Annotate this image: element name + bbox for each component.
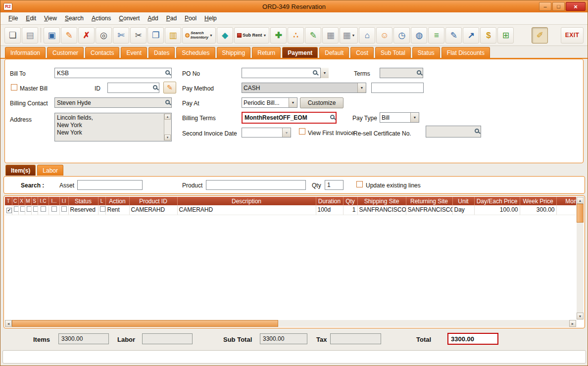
copy-button[interactable]: ❐ [147, 27, 164, 44]
horizontal-scroll-thumb[interactable] [12, 320, 278, 327]
col-c[interactable]: C [12, 197, 18, 205]
id-input[interactable] [107, 83, 159, 93]
row-c-checkbox[interactable] [14, 206, 19, 212]
add-line-button[interactable]: ✚ [270, 27, 287, 44]
menu-help[interactable]: Help [200, 13, 221, 23]
payment-button[interactable]: $ [480, 27, 496, 44]
tab-customer[interactable]: Customer [47, 47, 84, 58]
menu-actions[interactable]: Actions [88, 13, 115, 23]
row-ii-checkbox[interactable] [61, 206, 67, 212]
cut-sheet-button[interactable]: ✄ [113, 27, 129, 44]
row-i-checkbox[interactable] [51, 206, 57, 212]
row-l-checkbox[interactable] [100, 206, 105, 212]
new-document-button[interactable]: ❏ [4, 27, 21, 44]
bill-to-input[interactable] [54, 68, 172, 78]
tab-cost[interactable]: Cost [350, 47, 374, 58]
edit-button[interactable]: ✎ [61, 27, 77, 44]
tab-schedules[interactable]: Schedules [176, 47, 215, 58]
billing-terms-input[interactable] [242, 112, 337, 124]
pay-method-select[interactable]: CASH ▼ [242, 83, 366, 93]
paste-button[interactable]: ▥ [165, 27, 181, 44]
exit-button[interactable]: EXIT [561, 27, 584, 44]
view-first-invoice-checkbox[interactable] [299, 128, 305, 135]
pay-type-select[interactable]: Bill ▼ [380, 112, 419, 123]
group-button[interactable]: ∴ [288, 27, 304, 44]
grid-dropdown-icon[interactable]: ▼ [351, 34, 355, 37]
grid-button[interactable]: ▦ [322, 27, 339, 44]
address-scrollbar[interactable]: ▲ ▼ [164, 114, 171, 140]
horizontal-scrollbar[interactable]: ◄ ► [5, 320, 576, 327]
search-inventory-dropdown-icon[interactable]: ▼ [209, 34, 213, 37]
col-ic[interactable]: I.C [38, 197, 49, 205]
vertical-scrollbar[interactable]: ▲ ▼ [577, 197, 584, 320]
wand-button[interactable]: ✐ [532, 27, 548, 44]
col-action[interactable]: Action [105, 197, 129, 205]
delete-button[interactable]: ✗ [78, 27, 95, 44]
col-returning-site[interactable]: Returning Site [406, 197, 452, 205]
scroll-track[interactable] [577, 223, 584, 313]
col-unit[interactable]: Unit [452, 197, 474, 205]
export-button[interactable]: ↗ [463, 27, 479, 44]
col-ii[interactable]: I.I [59, 197, 68, 205]
search-icon[interactable] [153, 85, 157, 90]
scroll-up-icon[interactable]: ▲ [577, 197, 584, 204]
scroll-down-icon[interactable]: ▼ [164, 135, 171, 140]
menu-search[interactable]: Search [61, 13, 88, 23]
scroll-up-icon[interactable]: ▲ [164, 114, 171, 120]
scroll-right-icon[interactable]: ► [569, 320, 576, 327]
row-s-checkbox[interactable] [33, 206, 38, 212]
search-icon[interactable] [330, 115, 335, 119]
col-x[interactable]: X [18, 197, 25, 205]
col-m[interactable]: M [25, 197, 31, 205]
col-product-id[interactable]: Product ID [129, 197, 177, 205]
cart-button[interactable]: ⊞ [497, 27, 514, 44]
tab-event[interactable]: Event [121, 47, 147, 58]
master-bill-checkbox[interactable] [11, 84, 17, 91]
col-s[interactable]: S [31, 197, 38, 205]
grid-dropdown-button[interactable]: ▦▼ [340, 27, 358, 44]
chevron-down-icon[interactable]: ▼ [410, 113, 419, 122]
row-x-checkbox[interactable] [20, 206, 25, 212]
tab-status[interactable]: Status [412, 47, 440, 58]
table-row[interactable]: ✓ Reserved Rent CAMERAHD CAMERAHD 10 [5, 205, 576, 215]
menu-edit[interactable]: Edit [22, 13, 40, 23]
find-button[interactable]: ◎ [96, 27, 112, 44]
print-button[interactable]: ▤ [22, 27, 38, 44]
chevron-down-icon[interactable]: ▼ [289, 98, 297, 107]
tab-items[interactable]: Item(s) [5, 165, 36, 176]
menu-pool[interactable]: Pool [181, 13, 200, 23]
col-l[interactable]: L [98, 197, 105, 205]
pay-at-select[interactable]: Periodic Bill... ▼ [242, 97, 297, 108]
sub-rent-dropdown-icon[interactable]: ▼ [263, 34, 266, 37]
search-icon[interactable] [165, 70, 170, 75]
catalog-button[interactable]: ≡ [428, 27, 444, 44]
close-button[interactable]: × [566, 2, 586, 11]
search-icon[interactable] [475, 129, 479, 133]
tab-sub-total[interactable]: Sub Total [375, 47, 411, 58]
tab-return[interactable]: Return [252, 47, 281, 58]
save-button[interactable]: ▣ [44, 27, 60, 44]
col-month-price[interactable]: Month [556, 197, 576, 205]
tab-flat-discounts[interactable]: Flat Discounts [441, 47, 490, 58]
tab-dates[interactable]: Dates [148, 47, 175, 58]
billing-contact-input[interactable] [54, 97, 172, 108]
id-edit-button[interactable]: ✎ [163, 82, 176, 93]
col-status[interactable]: Status [68, 197, 98, 205]
print-setup-button[interactable]: ⌂ [359, 27, 375, 44]
vertical-scroll-thumb[interactable] [577, 204, 584, 223]
customer-service-button[interactable]: ☺ [376, 27, 392, 44]
product-input[interactable] [206, 180, 306, 190]
col-duration[interactable]: Duration [316, 197, 343, 205]
col-shipping-site[interactable]: Shipping Site [357, 197, 406, 205]
menu-pad[interactable]: Pad [162, 13, 181, 23]
minimize-button[interactable]: – [539, 2, 551, 11]
notes-button[interactable]: ✎ [445, 27, 462, 44]
scroll-down-icon[interactable]: ▼ [577, 313, 584, 320]
customize-button[interactable]: Customize [300, 97, 343, 108]
qty-input[interactable] [325, 180, 343, 190]
chevron-down-icon[interactable]: ▼ [282, 128, 291, 137]
schedule-button[interactable]: ◷ [393, 27, 410, 44]
asset-input[interactable] [77, 180, 143, 190]
second-invoice-date-select[interactable]: ▼ [242, 128, 291, 137]
tab-default[interactable]: Default [319, 47, 349, 58]
